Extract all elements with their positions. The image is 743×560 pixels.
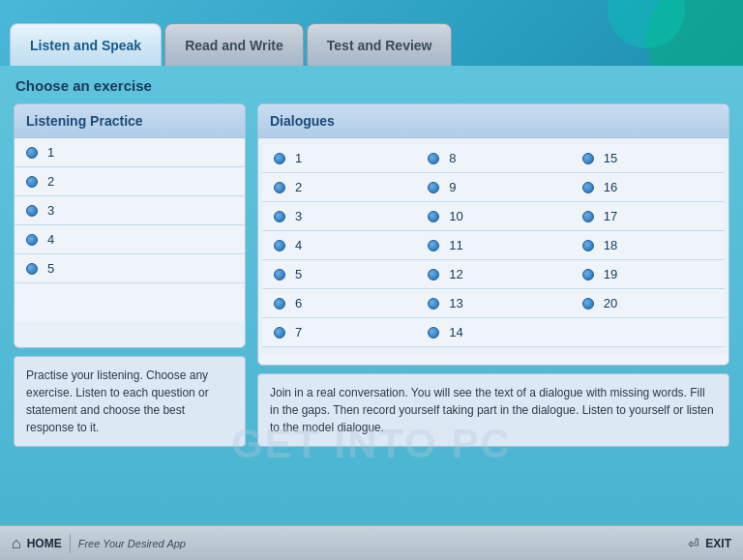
bullet-icon — [428, 269, 439, 280]
bottom-bar-divider — [70, 534, 71, 553]
listening-panel-box: Listening Practice 1 2 3 4 — [14, 103, 246, 348]
empty-cell — [571, 318, 725, 347]
bullet-icon — [428, 182, 439, 193]
exit-button[interactable]: ⏎ EXIT — [688, 536, 731, 551]
dialogue-item-20[interactable]: 20 — [571, 289, 725, 318]
home-label: HOME — [27, 537, 62, 550]
item-number: 5 — [47, 261, 54, 276]
bullet-icon — [428, 298, 439, 309]
dialogues-description: Join in a real conversation. You will se… — [257, 373, 729, 447]
dialogue-item-5[interactable]: 5 — [262, 260, 416, 289]
bullet-icon — [582, 269, 594, 280]
item-number: 17 — [604, 209, 617, 223]
item-number: 6 — [295, 296, 302, 310]
listening-item-3[interactable]: 3 — [15, 196, 245, 225]
item-number: 15 — [604, 151, 617, 165]
item-number: 1 — [295, 151, 302, 165]
dialogue-item-14[interactable]: 14 — [416, 318, 570, 347]
item-number: 1 — [47, 145, 54, 160]
tab-read-write[interactable]: Read and Write — [164, 23, 304, 66]
tab-test-review-label: Test and Review — [327, 38, 432, 53]
item-number: 11 — [449, 238, 462, 252]
tab-listen-speak[interactable]: Listen and Speak — [10, 23, 162, 66]
dialogue-item-8[interactable]: 8 — [416, 144, 570, 173]
dialogue-item-16[interactable]: 16 — [571, 173, 725, 202]
dialogues-panel-title: Dialogues — [270, 113, 335, 129]
bullet-icon — [582, 153, 594, 164]
bullet-icon — [274, 298, 285, 309]
bullet-icon — [274, 327, 285, 339]
item-number: 9 — [449, 180, 456, 194]
item-number: 7 — [295, 325, 302, 339]
bullet-icon — [274, 211, 285, 222]
dialogue-item-17[interactable]: 17 — [571, 202, 725, 231]
bullet-icon — [274, 153, 285, 164]
dialogue-item-12[interactable]: 12 — [416, 260, 570, 289]
dialogue-item-10[interactable]: 10 — [416, 202, 570, 231]
dialogue-item-9[interactable]: 9 — [416, 173, 570, 202]
listening-item-4[interactable]: 4 — [15, 225, 245, 254]
listening-item-2[interactable]: 2 — [15, 167, 245, 196]
bottom-bar: ⌂ HOME Free Your Desired App ⏎ EXIT — [0, 525, 743, 560]
item-number: 8 — [449, 151, 456, 165]
item-number: 10 — [449, 209, 462, 223]
dialogues-grid: 1 8 15 2 — [258, 138, 728, 353]
item-number: 14 — [449, 325, 462, 339]
bullet-icon — [428, 211, 439, 222]
item-number: 4 — [47, 232, 54, 247]
item-number: 2 — [47, 174, 54, 189]
tab-bar: Listen and Speak Read and Write Test and… — [0, 0, 743, 66]
section-title: Choose an exercise — [14, 77, 729, 94]
item-number: 5 — [295, 267, 302, 281]
bullet-icon — [582, 211, 594, 222]
bullet-icon — [26, 147, 38, 159]
bullet-icon — [274, 269, 285, 280]
bullet-icon — [582, 298, 594, 309]
item-number: 16 — [604, 180, 617, 194]
item-number: 2 — [295, 180, 302, 194]
bullet-icon — [274, 240, 285, 251]
bullet-icon — [26, 176, 38, 188]
bullet-icon — [26, 234, 38, 246]
listening-panel-title: Listening Practice — [26, 113, 143, 129]
dialogue-item-1[interactable]: 1 — [262, 144, 416, 173]
item-number: 3 — [295, 209, 302, 223]
dialogue-item-3[interactable]: 3 — [262, 202, 416, 231]
listening-panel: Listening Practice 1 2 3 4 — [14, 103, 246, 447]
dialogue-item-13[interactable]: 13 — [416, 289, 570, 318]
item-number: 13 — [449, 296, 462, 310]
item-number: 3 — [47, 203, 54, 218]
tab-test-review[interactable]: Test and Review — [307, 23, 453, 66]
dialogue-item-19[interactable]: 19 — [571, 260, 725, 289]
item-number: 20 — [604, 296, 617, 310]
item-number: 12 — [449, 267, 462, 281]
dialogue-item-18[interactable]: 18 — [571, 231, 725, 260]
home-icon: ⌂ — [12, 535, 21, 552]
bullet-icon — [428, 327, 439, 339]
dialogue-item-15[interactable]: 15 — [571, 144, 725, 173]
listening-item-5[interactable]: 5 — [15, 254, 245, 283]
tab-read-write-label: Read and Write — [185, 38, 283, 53]
item-number: 18 — [604, 238, 617, 252]
listening-item-1[interactable]: 1 — [15, 138, 245, 167]
bullet-icon — [26, 263, 38, 275]
bullet-icon — [428, 153, 439, 164]
item-number: 19 — [604, 267, 617, 281]
dialogues-panel-header: Dialogues — [258, 104, 728, 138]
tab-listen-speak-label: Listen and Speak — [30, 38, 141, 53]
bullet-icon — [582, 240, 594, 251]
dialogue-item-4[interactable]: 4 — [262, 231, 416, 260]
exit-icon: ⏎ — [688, 536, 699, 551]
home-button[interactable]: ⌂ HOME — [12, 535, 62, 552]
bullet-icon — [582, 182, 594, 193]
dialogue-item-7[interactable]: 7 — [262, 318, 416, 347]
main-content: Choose an exercise Listening Practice 1 … — [0, 66, 743, 525]
dialogue-item-11[interactable]: 11 — [416, 231, 570, 260]
dialogue-item-6[interactable]: 6 — [262, 289, 416, 318]
listening-panel-header: Listening Practice — [15, 104, 245, 138]
dialogue-item-2[interactable]: 2 — [262, 173, 416, 202]
dialogues-panel-box: Dialogues 1 8 15 — [257, 103, 729, 366]
listening-description: Practise your listening. Choose any exer… — [14, 356, 246, 447]
bullet-icon — [274, 182, 285, 193]
dialogues-panel: Dialogues 1 8 15 — [257, 103, 729, 447]
